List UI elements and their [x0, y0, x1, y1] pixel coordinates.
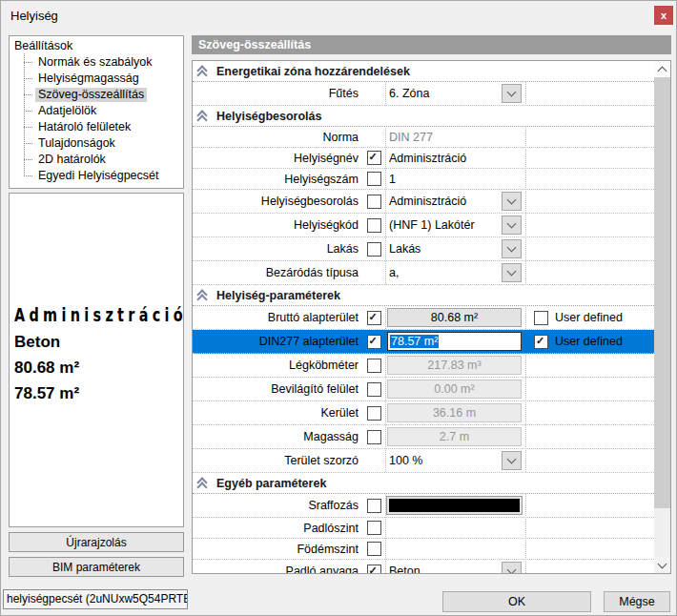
field-value-text[interactable]: Lakás: [389, 242, 421, 256]
section-title: Helyiség-paraméterek: [216, 289, 340, 302]
section-header-helyis-g-param-terek[interactable]: Helyiség-paraméterek: [193, 285, 654, 306]
chevron-down-icon: [507, 565, 517, 574]
room-stamp-preview-content: AdminisztrációBeton80.68 m²78.57 m²: [14, 300, 184, 406]
checkbox-checked[interactable]: [367, 151, 381, 165]
field-value-text[interactable]: a,: [389, 266, 399, 279]
field-value-cell: 80.68 m²: [385, 306, 526, 329]
field-value-text[interactable]: Adminisztráció: [389, 195, 466, 208]
user-defined-label: User defined: [555, 335, 623, 348]
field-checkbox-cell: [362, 242, 385, 257]
user-defined-label: User defined: [555, 311, 623, 324]
section-title: Energetikai zóna hozzárendelések: [216, 65, 410, 78]
checkbox-unchecked[interactable]: [367, 406, 381, 421]
checkbox-unchecked[interactable]: [367, 430, 381, 444]
checkbox-unchecked[interactable]: [367, 382, 381, 397]
section-header-egy-b-param-terek[interactable]: Egyéb paraméterek: [193, 473, 654, 494]
sidebar-item-label: Tulajdonságok: [35, 136, 118, 151]
field-value-cell: 100 %: [385, 449, 526, 472]
value-edit-field[interactable]: 78.57 m²: [387, 332, 522, 351]
chevron-down-icon: [507, 88, 517, 97]
close-button[interactable]: x: [654, 6, 673, 25]
checkbox-checked[interactable]: [367, 335, 381, 349]
redraw-button[interactable]: Újrarajzolás: [9, 532, 184, 552]
checkbox-checked[interactable]: [534, 335, 548, 349]
field-value-text[interactable]: (HNF 1) Lakótér: [389, 218, 475, 232]
checkbox-unchecked[interactable]: [367, 242, 381, 257]
vertical-scrollbar[interactable]: [654, 61, 670, 573]
collapse-double-chevron-icon[interactable]: [197, 290, 208, 301]
field-value-text[interactable]: 1: [389, 173, 396, 186]
field-row-ter-let-szorz: Terület szorzó100 %: [193, 449, 654, 473]
checkbox-unchecked[interactable]: [367, 195, 381, 209]
chevron-down-icon: [507, 267, 517, 277]
dropdown-button[interactable]: [502, 451, 522, 470]
preview-line-3: 80.68 m²: [14, 355, 184, 380]
sidebar-item-2d-hat-rol-k[interactable]: 2D határolók: [24, 152, 183, 168]
parameters-grid: Energetikai zóna hozzárendelésekFűtés6. …: [192, 60, 671, 574]
checkbox-checked[interactable]: [367, 565, 381, 575]
checkbox-checked[interactable]: [367, 311, 381, 325]
checkbox-unchecked[interactable]: [367, 359, 381, 373]
field-label: Helyiségnév: [193, 152, 362, 165]
value-display-box: 217.83 m³: [387, 356, 522, 375]
stamp-id-field[interactable]: helyiségpecsét (2uNUxw5Q54PRTEgq9: [3, 589, 188, 609]
field-checkbox-cell: [362, 542, 385, 556]
scrollbar-thumb[interactable]: [654, 77, 670, 508]
scroll-down-button[interactable]: [654, 557, 670, 573]
sidebar-item-adatjel-l-k[interactable]: Adatjelölök: [24, 103, 183, 119]
sidebar-item-sz-veg-ssze-ll-t-s[interactable]: Szöveg-összeállítás: [24, 87, 183, 103]
settings-tree: Beállítások Normák és szabályokHelyiségm…: [9, 35, 184, 189]
field-value-cell: Lakás: [385, 237, 526, 260]
checkbox-unchecked[interactable]: [367, 499, 381, 513]
checkbox-unchecked[interactable]: [534, 311, 548, 325]
hatch-color-swatch[interactable]: [387, 497, 522, 514]
field-row-l-gk-bm-ter: Légköbméter217.83 m³: [193, 354, 654, 378]
field-value-text[interactable]: 100 %: [389, 454, 422, 467]
window-title: Helyiség: [10, 9, 58, 23]
cancel-button[interactable]: Mégse: [604, 591, 670, 612]
section-header-helyis-gbesorol-s[interactable]: Helyiségbesorolás: [193, 106, 654, 127]
bim-parameters-button[interactable]: BIM paraméterek: [9, 557, 184, 577]
field-row-sraffoz-s: Sraffozás: [193, 494, 654, 518]
dropdown-button[interactable]: [502, 216, 522, 235]
value-display-box: 2.7 m: [387, 427, 522, 446]
sidebar-item-egyedi-helyis-gpecs-t[interactable]: Egyedi Helyiségpecsét: [24, 168, 183, 184]
field-value-text[interactable]: 6. Zóna: [389, 87, 429, 100]
field-right-cell: [526, 214, 654, 236]
dropdown-button[interactable]: [502, 263, 522, 282]
ok-button[interactable]: OK: [442, 591, 591, 612]
collapse-double-chevron-icon[interactable]: [197, 66, 208, 77]
sidebar-item-tulajdons-gok[interactable]: Tulajdonságok: [24, 135, 183, 152]
chevron-down-icon: [658, 559, 667, 568]
collapse-double-chevron-icon[interactable]: [197, 111, 208, 122]
scroll-up-button[interactable]: [654, 61, 670, 77]
field-label: Bezáródás típusa: [193, 266, 362, 279]
checkbox-unchecked[interactable]: [367, 172, 381, 186]
field-label: Terület szorzó: [193, 454, 362, 467]
dropdown-button[interactable]: [502, 84, 522, 103]
field-label: Kerület: [193, 406, 362, 420]
sidebar-item-label: Szöveg-összeállítás: [35, 88, 147, 102]
tree-branch-line: [24, 62, 32, 63]
field-value-text[interactable]: Beton: [389, 565, 421, 574]
field-value-text[interactable]: Adminisztráció: [389, 152, 466, 165]
section-title: Helyiségbesorolás: [216, 110, 321, 123]
checkbox-unchecked[interactable]: [367, 521, 381, 535]
checkbox-unchecked[interactable]: [367, 542, 381, 556]
sidebar-item-norm-k-s-szab-lyok[interactable]: Normák és szabályok: [24, 54, 183, 71]
dropdown-button[interactable]: [502, 239, 522, 258]
section-header-energetikai-z-na-hozz-rendel-sek[interactable]: Energetikai zóna hozzárendelések: [193, 61, 654, 82]
field-right-cell: [526, 401, 654, 424]
field-label: Légköbméter: [193, 359, 362, 372]
checkbox-unchecked[interactable]: [367, 218, 381, 233]
collapse-double-chevron-icon[interactable]: [197, 478, 208, 489]
dropdown-button[interactable]: [502, 562, 522, 574]
dropdown-button[interactable]: [502, 192, 522, 211]
tree-branch-line: [24, 78, 32, 79]
field-label: Fűtés: [193, 87, 362, 100]
sidebar-item-helyis-gmagass-g[interactable]: Helyiségmagasság: [24, 71, 183, 87]
field-value-cell: 217.83 m³: [385, 354, 526, 377]
sidebar-item-hat-rol-fel-letek[interactable]: Határoló felületek: [24, 119, 183, 135]
field-row-brutt-alapter-let: Bruttó alapterület80.68 m²User defined: [193, 306, 654, 330]
field-checkbox-cell: [362, 359, 385, 373]
